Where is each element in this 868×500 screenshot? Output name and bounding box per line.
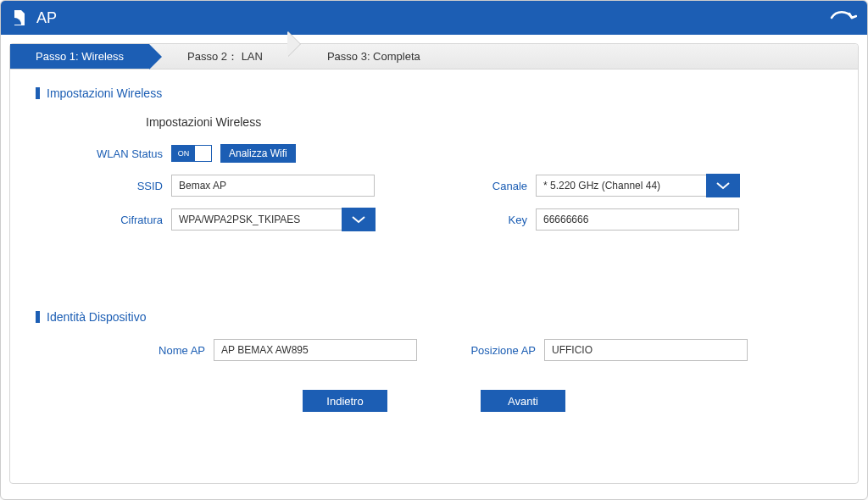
- label-wlan-status: WLAN Status: [36, 147, 171, 160]
- step-2-label: Passo 2： LAN: [187, 49, 263, 64]
- back-button[interactable]: [826, 8, 857, 28]
- row-canale: Canale: [451, 175, 832, 197]
- step-1-label: Passo 1: Wireless: [36, 50, 124, 63]
- step-3-complete[interactable]: Passo 3: Completa: [302, 44, 446, 69]
- row-nome-ap: Nome AP: [36, 339, 417, 361]
- wizard-stepper: Passo 1: Wireless Passo 2： LAN Passo 3: …: [10, 44, 858, 69]
- ssid-input[interactable]: [171, 175, 375, 197]
- content-wrap: Passo 1: Wireless Passo 2： LAN Passo 3: …: [1, 35, 867, 492]
- form-two-col-1: SSID Cifratura: [36, 175, 832, 242]
- key-input[interactable]: [536, 208, 739, 231]
- page-title: AP: [36, 9, 57, 27]
- section-wireless-title: Impostazioni Wireless: [47, 86, 162, 100]
- row-cifratura: Cifratura: [36, 208, 417, 231]
- row-ssid: SSID: [36, 175, 417, 197]
- analyze-wifi-button[interactable]: Analizza Wifi: [220, 144, 296, 163]
- nome-ap-input[interactable]: [214, 339, 417, 361]
- label-canale: Canale: [451, 180, 536, 192]
- cifratura-select[interactable]: [171, 208, 375, 231]
- section-marker-icon: [36, 311, 40, 323]
- row-wlan-status: WLAN Status ON Analizza Wifi: [36, 144, 832, 163]
- ap-config-window: AP Passo 1: Wireless Passo 2： LAN Passo …: [0, 0, 868, 500]
- form-two-col-2: Nome AP Posizione AP: [36, 339, 832, 373]
- label-posizione-ap: Posizione AP: [451, 344, 544, 357]
- form-body: Impostazioni Wireless Impostazioni Wirel…: [10, 69, 858, 420]
- section-identity-header: Identità Dispositivo: [36, 310, 832, 324]
- step-arrow-2: [288, 44, 302, 69]
- chevron-down-icon[interactable]: [706, 174, 740, 197]
- row-posizione-ap: Posizione AP: [451, 339, 832, 361]
- row-key: Key: [451, 208, 832, 231]
- col-left-2: Nome AP: [36, 339, 417, 373]
- section-wireless-header: Impostazioni Wireless: [36, 86, 832, 100]
- section-marker-icon: [36, 87, 40, 99]
- indietro-button[interactable]: Indietro: [303, 390, 387, 412]
- wlan-status-toggle[interactable]: ON: [171, 145, 212, 162]
- step-3-label: Passo 3: Completa: [327, 50, 420, 63]
- wlan-controls: ON Analizza Wifi: [171, 144, 296, 163]
- col-right-1: Canale Key: [451, 175, 832, 242]
- label-ssid: SSID: [36, 180, 171, 192]
- section-identity-title: Identità Dispositivo: [47, 310, 147, 324]
- posizione-ap-input[interactable]: [544, 339, 748, 361]
- chevron-down-icon[interactable]: [342, 208, 376, 231]
- label-nome-ap: Nome AP: [36, 344, 214, 357]
- step-1-wireless[interactable]: Passo 1: Wireless: [10, 44, 149, 69]
- avanti-button[interactable]: Avanti: [481, 390, 565, 412]
- document-icon: [11, 9, 28, 26]
- col-right-2: Posizione AP: [451, 339, 832, 373]
- toggle-on-label: ON: [172, 146, 195, 161]
- titlebar-left: AP: [11, 9, 57, 27]
- footer-buttons: Indietro Avanti: [36, 390, 832, 412]
- wireless-subheading: Impostazioni Wireless: [146, 115, 832, 129]
- label-cifratura: Cifratura: [36, 214, 171, 226]
- canale-select[interactable]: [536, 175, 739, 197]
- inner-panel: Passo 1: Wireless Passo 2： LAN Passo 3: …: [9, 43, 859, 484]
- titlebar: AP: [1, 1, 867, 35]
- toggle-knob: [195, 146, 211, 161]
- col-left-1: SSID Cifratura: [36, 175, 417, 242]
- label-key: Key: [451, 214, 536, 226]
- step-2-lan[interactable]: Passo 2： LAN: [162, 44, 288, 69]
- step-arrow-1: [149, 44, 162, 69]
